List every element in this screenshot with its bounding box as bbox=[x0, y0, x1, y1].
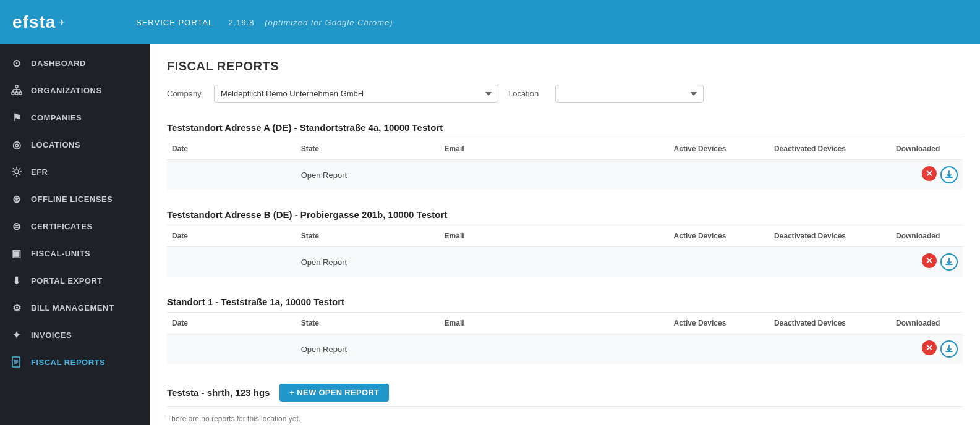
company-label: Company bbox=[167, 89, 204, 98]
cancel-button[interactable]: ✕ bbox=[922, 253, 937, 268]
cell-email bbox=[440, 160, 669, 190]
cancel-button[interactable]: ✕ bbox=[922, 340, 937, 355]
cell-state: Open Report bbox=[296, 247, 440, 277]
cell-state: Open Report bbox=[296, 334, 440, 364]
col-header-date-3: Date bbox=[167, 313, 296, 334]
svg-point-9 bbox=[15, 170, 19, 174]
portal-label: SERVICE PORTAL bbox=[136, 18, 213, 27]
cell-date bbox=[167, 334, 296, 364]
portal-export-icon: ⬇ bbox=[10, 274, 23, 287]
svg-line-17 bbox=[13, 174, 15, 176]
company-select[interactable]: Meldepflicht Demo Unternehmen GmbH bbox=[214, 85, 498, 103]
sidebar-item-companies[interactable]: ⚑ COMPANIES bbox=[0, 104, 150, 131]
col-header-deactivated-2: Deactivated Devices bbox=[769, 225, 891, 247]
download-button[interactable] bbox=[940, 166, 958, 183]
cell-state: Open Report bbox=[296, 160, 440, 190]
sidebar-item-locations[interactable]: ◎ LOCATIONS bbox=[0, 131, 150, 158]
sidebar-item-certificates[interactable]: ⊜ CERTIFICATES bbox=[0, 212, 150, 240]
sidebar-label-offline-licenses: OFFLINE LICENSES bbox=[31, 195, 113, 204]
table-row: Open Report ✕ bbox=[167, 334, 963, 364]
col-header-email-3: Email bbox=[440, 313, 669, 334]
sidebar-item-fiscal-reports[interactable]: FISCAL REPORTS bbox=[0, 348, 150, 376]
sidebar-label-companies: COMPANIES bbox=[31, 113, 82, 122]
action-buttons: ✕ bbox=[896, 253, 958, 271]
cell-deactivated bbox=[769, 160, 891, 190]
report-table-3: Date State Email Active Devices Deactiva… bbox=[167, 313, 963, 364]
new-report-section: Teststa - shrth, 123 hgs + NEW OPEN REPO… bbox=[167, 379, 963, 425]
cell-date bbox=[167, 247, 296, 277]
table-row: Open Report ✕ bbox=[167, 247, 963, 277]
col-header-state-2: State bbox=[296, 225, 440, 247]
cell-email bbox=[440, 334, 669, 364]
no-reports-text: There are no reports for this location y… bbox=[167, 412, 963, 425]
sidebar-label-fiscal-reports: FISCAL REPORTS bbox=[31, 358, 105, 367]
sidebar-label-bill-management: BILL MANAGEMENT bbox=[31, 303, 114, 313]
bill-management-icon: ⚙ bbox=[10, 301, 23, 314]
svg-rect-2 bbox=[15, 92, 18, 95]
topbar-info: SERVICE PORTAL 2.19.8 (optimized for Goo… bbox=[136, 18, 393, 27]
sidebar: ⊙ DASHBOARD O bbox=[0, 44, 150, 425]
action-buttons: ✕ bbox=[896, 166, 958, 183]
sidebar-label-fiscal-units: FISCAL-UNITS bbox=[31, 249, 90, 258]
report-table-1: Date State Email Active Devices Deactiva… bbox=[167, 138, 963, 190]
cancel-button[interactable]: ✕ bbox=[922, 166, 937, 181]
page-title: FISCAL REPORTS bbox=[167, 59, 963, 74]
location-section-2: Teststandort Adresse B (DE) - Probiergas… bbox=[167, 204, 963, 277]
col-header-deactivated-3: Deactivated Devices bbox=[769, 313, 891, 334]
location-label: Location bbox=[508, 89, 545, 98]
logo-icon: ✈ bbox=[58, 17, 66, 27]
sidebar-label-locations: LOCATIONS bbox=[31, 140, 80, 149]
new-open-report-button[interactable]: + NEW OPEN REPORT bbox=[279, 384, 389, 402]
sidebar-item-bill-management[interactable]: ⚙ BILL MANAGEMENT bbox=[0, 294, 150, 321]
cell-downloaded: ✕ bbox=[891, 334, 963, 364]
sidebar-item-portal-export[interactable]: ⬇ PORTAL EXPORT bbox=[0, 267, 150, 294]
optimized-label: (optimized for Google Chrome) bbox=[265, 18, 393, 27]
version-label: 2.19.8 bbox=[228, 18, 254, 27]
sidebar-item-invoices[interactable]: ✦ INVOICES bbox=[0, 321, 150, 348]
cell-downloaded: ✕ bbox=[891, 160, 963, 190]
col-header-downloaded-3: Downloaded bbox=[891, 313, 963, 334]
invoices-icon: ✦ bbox=[10, 328, 23, 342]
svg-rect-3 bbox=[19, 92, 22, 95]
col-header-active-2: Active Devices bbox=[669, 225, 769, 247]
col-header-state-1: State bbox=[296, 138, 440, 160]
col-header-deactivated-1: Deactivated Devices bbox=[769, 138, 891, 160]
download-button[interactable] bbox=[940, 340, 958, 358]
sidebar-item-fiscal-units[interactable]: ▣ FISCAL-UNITS bbox=[0, 240, 150, 267]
cell-email bbox=[440, 247, 669, 277]
col-header-email-2: Email bbox=[440, 225, 669, 247]
cell-date bbox=[167, 160, 296, 190]
cell-deactivated bbox=[769, 247, 891, 277]
svg-rect-1 bbox=[12, 92, 14, 95]
cell-active bbox=[669, 247, 769, 277]
location-title-2: Teststandort Adresse B (DE) - Probiergas… bbox=[167, 204, 963, 225]
sidebar-item-offline-licenses[interactable]: ⊛ OFFLINE LICENSES bbox=[0, 185, 150, 212]
report-table-2: Date State Email Active Devices Deactiva… bbox=[167, 225, 963, 277]
col-header-active-1: Active Devices bbox=[669, 138, 769, 160]
certificates-icon: ⊜ bbox=[10, 219, 23, 233]
efr-icon bbox=[10, 165, 23, 179]
location-section-3: Standort 1 - Teststraße 1a, 10000 Testor… bbox=[167, 292, 963, 364]
cell-deactivated bbox=[769, 334, 891, 364]
col-header-date-2: Date bbox=[167, 225, 296, 247]
sidebar-item-dashboard[interactable]: ⊙ DASHBOARD bbox=[0, 49, 150, 77]
sidebar-label-organizations: ORGANIZATIONS bbox=[31, 86, 102, 95]
topbar: efsta ✈ SERVICE PORTAL 2.19.8 (optimized… bbox=[0, 0, 980, 44]
fiscal-units-icon: ▣ bbox=[10, 246, 23, 260]
sidebar-label-portal-export: PORTAL EXPORT bbox=[31, 276, 103, 285]
fiscal-reports-icon bbox=[10, 355, 23, 369]
logo-area: efsta ✈ bbox=[12, 12, 136, 32]
dashboard-icon: ⊙ bbox=[10, 56, 23, 70]
col-header-active-3: Active Devices bbox=[669, 313, 769, 334]
sidebar-item-organizations[interactable]: ORGANIZATIONS bbox=[0, 77, 150, 104]
location-title-1: Teststandort Adresse A (DE) - Standortst… bbox=[167, 117, 963, 138]
sidebar-item-efr[interactable]: EFR bbox=[0, 158, 150, 185]
cell-active bbox=[669, 334, 769, 364]
location-select[interactable] bbox=[555, 85, 704, 103]
offline-licenses-icon: ⊛ bbox=[10, 192, 23, 206]
cell-downloaded: ✕ bbox=[891, 247, 963, 277]
download-button[interactable] bbox=[940, 253, 958, 271]
col-header-state-3: State bbox=[296, 313, 440, 334]
location-title-3: Standort 1 - Teststraße 1a, 10000 Testor… bbox=[167, 292, 963, 313]
new-report-title: Teststa - shrth, 123 hgs bbox=[167, 387, 270, 398]
